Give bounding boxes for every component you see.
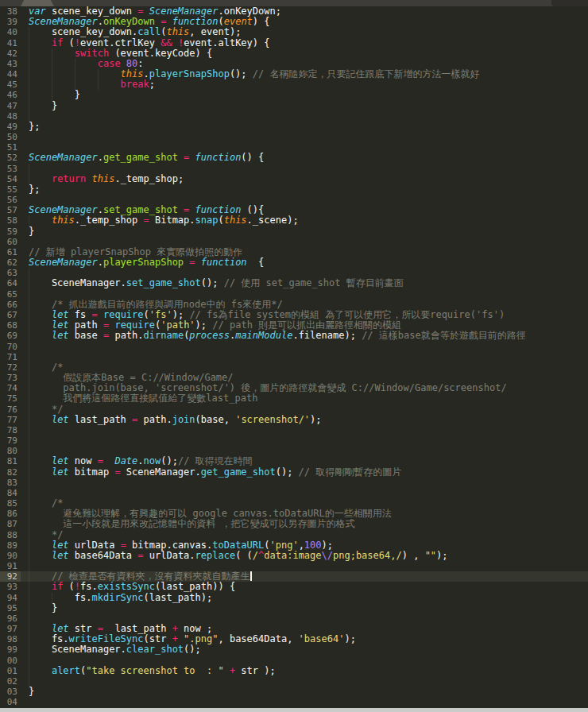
line-number[interactable]: 39 bbox=[0, 17, 21, 27]
line-number[interactable]: 92 bbox=[0, 571, 21, 582]
code-line-text[interactable]: SceneManager.set_game_shot = function ()… bbox=[21, 205, 588, 215]
code-line-text[interactable]: let path = require('path'); // path 則是可以… bbox=[21, 320, 588, 331]
code-line-text[interactable]: this.playerSnapShop(); // 名稱隨妳定，只要記住跟底下新… bbox=[21, 69, 588, 79]
code-line-text[interactable]: case 80: bbox=[21, 59, 588, 69]
line-number[interactable]: 59 bbox=[0, 226, 21, 237]
code-line[interactable]: 54 return this._temp_shop; bbox=[0, 174, 588, 184]
line-number[interactable]: 01 bbox=[0, 666, 21, 676]
code-line-text[interactable]: if (!fs.existsSync(last_path)) { bbox=[21, 582, 588, 592]
code-line[interactable]: 47 } bbox=[0, 101, 588, 111]
code-line-text[interactable]: SceneManager.set_game_shot(); // 使用 set_… bbox=[21, 278, 588, 288]
line-number[interactable]: 66 bbox=[0, 300, 21, 310]
line-number[interactable]: 52 bbox=[0, 153, 21, 163]
line-number[interactable]: 03 bbox=[0, 687, 21, 697]
code-line-text[interactable]: let urlData = bitmap.canvas.toDataURL('p… bbox=[21, 540, 588, 551]
code-line-text[interactable]: return this._temp_shop; bbox=[21, 174, 588, 184]
line-number[interactable]: 49 bbox=[0, 122, 21, 132]
code-line-text[interactable]: let now = Date.now();// 取得現在時間 bbox=[21, 456, 588, 466]
line-number[interactable]: 89 bbox=[0, 540, 21, 551]
code-line-text[interactable]: /* bbox=[21, 498, 588, 509]
code-area[interactable]: 38var scene_key_down = SceneManager.onKe… bbox=[0, 6, 588, 708]
line-number[interactable]: 58 bbox=[0, 215, 21, 226]
code-line-text[interactable] bbox=[21, 289, 588, 300]
code-line-text[interactable]: } bbox=[21, 603, 588, 613]
code-line-text[interactable] bbox=[21, 478, 588, 488]
code-line[interactable]: 88 */ bbox=[0, 530, 588, 540]
line-number[interactable]: 82 bbox=[0, 467, 21, 478]
line-number[interactable]: 71 bbox=[0, 352, 21, 362]
code-line[interactable]: 80 bbox=[0, 446, 588, 456]
code-line[interactable]: 72 /* bbox=[0, 362, 588, 373]
line-number[interactable]: 97 bbox=[0, 624, 21, 634]
code-line-text[interactable]: 這一小段就是用來改記憶體中的資料 ，把它變成可以另存圖片的格式 bbox=[21, 519, 588, 529]
line-number[interactable]: 68 bbox=[0, 320, 21, 331]
line-number[interactable]: 76 bbox=[0, 404, 21, 415]
line-number[interactable]: 56 bbox=[0, 195, 21, 205]
code-line[interactable]: 94 fs.mkdirSync(last_path); bbox=[0, 593, 588, 603]
line-number[interactable]: 50 bbox=[0, 132, 21, 142]
code-line-text[interactable]: /* bbox=[21, 362, 588, 373]
code-line-text[interactable] bbox=[21, 613, 588, 624]
code-line[interactable]: 40 scene_key_down.call(this, event); bbox=[0, 27, 588, 37]
line-number[interactable]: 87 bbox=[0, 519, 21, 529]
line-number[interactable]: 60 bbox=[0, 237, 21, 247]
line-number[interactable]: 77 bbox=[0, 415, 21, 425]
code-line-text[interactable]: }; bbox=[21, 122, 588, 132]
line-number[interactable]: 43 bbox=[0, 59, 21, 69]
code-line-text[interactable]: } bbox=[21, 226, 588, 237]
code-line[interactable]: 66 /* 抓出遊戲目前的路徑與調用node中的 fs來使用*/ bbox=[0, 300, 588, 310]
code-line[interactable]: 68 let path = require('path'); // path 則… bbox=[0, 320, 588, 331]
code-line-text[interactable]: break; bbox=[21, 79, 588, 90]
line-number[interactable]: 80 bbox=[0, 446, 21, 456]
code-line-text[interactable]: SceneManager.onKeyDown = function(event)… bbox=[21, 17, 588, 27]
code-line[interactable]: 48 bbox=[0, 111, 588, 122]
code-line-text[interactable] bbox=[21, 352, 588, 362]
line-number[interactable]: 38 bbox=[0, 6, 21, 17]
line-number[interactable]: 91 bbox=[0, 561, 21, 571]
code-line[interactable]: 63 bbox=[0, 268, 588, 278]
code-line-text[interactable]: */ bbox=[21, 404, 588, 415]
line-number[interactable]: 73 bbox=[0, 373, 21, 383]
line-number[interactable]: 55 bbox=[0, 184, 21, 195]
line-number[interactable]: 70 bbox=[0, 342, 21, 352]
code-line-text[interactable]: 我們將這個路徑直接賦值給了變數last_path bbox=[21, 393, 588, 404]
code-line-text[interactable]: */ bbox=[21, 530, 588, 540]
code-line[interactable]: 83 bbox=[0, 478, 588, 488]
line-number[interactable]: 79 bbox=[0, 435, 21, 446]
line-number[interactable]: 41 bbox=[0, 38, 21, 48]
code-line[interactable]: 50 bbox=[0, 132, 588, 142]
code-line[interactable]: 79 bbox=[0, 435, 588, 446]
code-line[interactable]: 97 let str = last_path + now ; bbox=[0, 624, 588, 634]
line-number[interactable]: 74 bbox=[0, 383, 21, 393]
line-number[interactable]: 83 bbox=[0, 478, 21, 488]
line-number[interactable]: 84 bbox=[0, 488, 21, 498]
code-line-text[interactable]: alert("take screenshot to : " + str ); bbox=[21, 666, 588, 676]
code-line-text[interactable]: } bbox=[21, 101, 588, 111]
code-line-text[interactable]: var scene_key_down = SceneManager.onKeyD… bbox=[21, 6, 588, 17]
code-line[interactable]: 76 */ bbox=[0, 404, 588, 415]
code-line-text[interactable]: if (!event.ctrlKey && !event.altKey) { bbox=[21, 38, 588, 48]
code-line-text[interactable]: } bbox=[21, 687, 588, 697]
code-line[interactable]: 46 } bbox=[0, 90, 588, 100]
code-line-text[interactable] bbox=[21, 656, 588, 666]
code-line-text[interactable]: SceneManager.playerSnapShop = function { bbox=[21, 257, 588, 268]
code-line[interactable]: 86 避免難以理解，有興趣的可以 google canvas.toDataURL… bbox=[0, 509, 588, 519]
code-line[interactable]: 59} bbox=[0, 226, 588, 237]
code-line[interactable]: 82 let bitmap = SceneManager.get_game_sh… bbox=[0, 467, 588, 478]
code-line[interactable]: 39SceneManager.onKeyDown = function(even… bbox=[0, 17, 588, 27]
code-line[interactable]: 77 let last_path = path.join(base, 'scre… bbox=[0, 415, 588, 425]
code-line-text[interactable] bbox=[21, 342, 588, 352]
code-line[interactable]: 60 bbox=[0, 237, 588, 247]
code-line[interactable]: 42 switch (event.keyCode) { bbox=[0, 48, 588, 59]
code-line[interactable]: 02 bbox=[0, 676, 588, 687]
line-number[interactable]: 69 bbox=[0, 331, 21, 341]
code-line-text[interactable] bbox=[21, 697, 588, 707]
code-line[interactable]: 96 bbox=[0, 613, 588, 624]
code-line-text[interactable]: let last_path = path.join(base, 'screens… bbox=[21, 415, 588, 425]
code-line-text[interactable]: // 新增 playerSnapShop 來實際做拍照的動作 bbox=[21, 247, 588, 257]
code-line[interactable]: 74 path.join(base, 'screenshot/') 後，圖片的路… bbox=[0, 383, 588, 393]
line-number[interactable]: 88 bbox=[0, 530, 21, 540]
line-number[interactable]: 65 bbox=[0, 289, 21, 300]
code-line[interactable]: 67 let fs = require('fs'); // fs為file sy… bbox=[0, 310, 588, 320]
code-line[interactable]: 73 假設原本Base = C://Window/Game/ bbox=[0, 373, 588, 383]
